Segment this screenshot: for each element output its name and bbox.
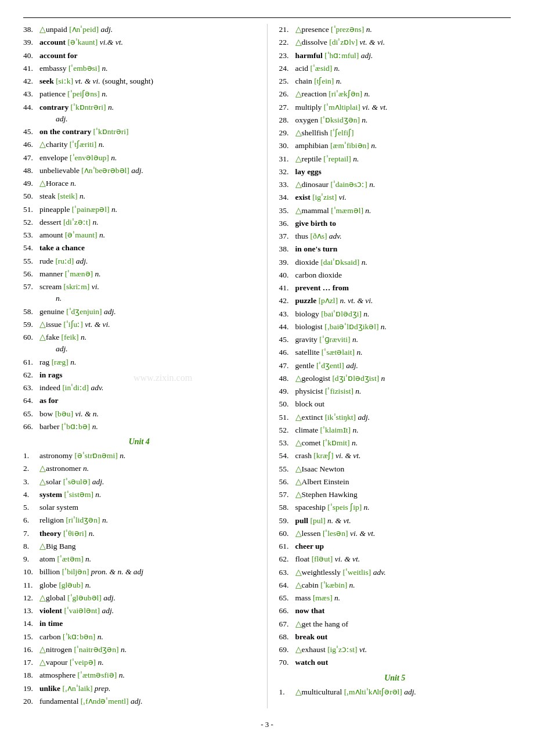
entry-word: climate xyxy=(295,426,319,434)
entry-pos: adv. xyxy=(329,232,342,240)
entry-content: envelope [ˈenvələup] n. xyxy=(39,152,255,164)
entry-content: amphibian [æmˈfibiən] n. xyxy=(295,140,511,152)
entry-pos: n. xyxy=(102,516,108,524)
entry-content: rude [ruːd] adj. xyxy=(39,255,255,267)
entry-pos: adj. xyxy=(346,361,358,370)
entry-word: account for xyxy=(39,51,78,60)
entry-number: 7. xyxy=(23,528,39,539)
entry-pos: n. xyxy=(352,335,358,344)
entry-word: weightlessly xyxy=(302,568,341,577)
entry-number: 30. xyxy=(279,140,295,152)
list-item: 60.△fake [feik] n.adj. xyxy=(23,332,255,355)
right-column: 21.△presence [ˈprezəns] n.22.△dissolve [… xyxy=(268,24,511,708)
entry-word: atom xyxy=(39,555,55,563)
page-number: - 3 - xyxy=(23,720,511,729)
entry-phonetic: [ˈenvələup] xyxy=(70,153,109,162)
entry-number: 53. xyxy=(23,229,39,241)
entry-word: geologist xyxy=(302,374,331,383)
unit5-entries-list: 1.△multicultural [ˌmʌltiˈkʌltʃərəl] adj. xyxy=(279,686,511,698)
entry-pos: n. xyxy=(334,593,340,602)
entry-content: take a chance xyxy=(39,242,255,254)
entry-content: amount [əˈmaunt] n. xyxy=(39,229,255,241)
list-item: 59.pull [pul] n. & vt. xyxy=(279,515,511,527)
unit4-header: Unit 4 xyxy=(23,437,255,447)
entry-number: 25. xyxy=(279,75,295,87)
entry-phonetic: [əˈkaunt] xyxy=(67,38,98,46)
entry-pos: n. xyxy=(349,581,355,589)
entry-pos: adj. xyxy=(358,413,370,422)
entry-word: contrary xyxy=(39,103,68,111)
entry-phonetic: [igˈzist] xyxy=(312,193,337,201)
entry-word: in rags xyxy=(39,370,62,379)
entry-phonetic: [ˈkɒntrəri] xyxy=(71,103,106,111)
list-item: 62.float [fləut] vi. & vt. xyxy=(279,553,511,565)
entry-phonetic: [ˈbɑːbə] xyxy=(62,422,91,431)
list-item: 50.steak [steik] n. xyxy=(23,190,255,202)
entry-content: violent [ˈvaiələnt] adj. xyxy=(39,605,255,617)
entry-content: physicist [ˈfizisist] n. xyxy=(295,386,511,397)
entry-word: steak xyxy=(39,192,56,200)
entry-content: △cabin [ˈkæbin] n. xyxy=(295,579,511,591)
list-item: 41.prevent … from xyxy=(279,282,511,294)
entry-phonetic: [ˈætməsfiə] xyxy=(78,671,117,679)
entry-pos: n. xyxy=(80,192,85,200)
triangle-icon: △ xyxy=(295,568,302,577)
entry-word: astronomer xyxy=(46,464,81,473)
entry-pos: n. xyxy=(363,309,369,318)
entry-phonetic: [ˈkɒntrəri] xyxy=(93,127,129,136)
entry-word: Stephen Hawking xyxy=(302,490,358,499)
entry-number: 64. xyxy=(23,395,39,406)
list-item: 55.rude [ruːd] adj. xyxy=(23,255,255,267)
entry-content: atmosphere [ˈætməsfiə] n. xyxy=(39,669,255,681)
entry-content: △unpaid [ʌnˈpeid] adj. xyxy=(39,24,255,35)
entry-phonetic: [steik] xyxy=(57,192,78,200)
list-item: 60.△lessen [ˈlesən] vi. & vt. xyxy=(279,528,511,539)
entry-phonetic: [ˈweitlis] xyxy=(342,568,371,577)
entry-pos: n. xyxy=(70,179,76,188)
entry-word: issue xyxy=(46,320,62,329)
list-item: 61.cheer up xyxy=(279,541,511,552)
entry-number: 60. xyxy=(279,528,295,539)
triangle-icon: △ xyxy=(295,25,302,34)
entry-content: spaceship [ˈspeis ʃip] n. xyxy=(295,502,511,513)
entry-pos: adj. xyxy=(92,477,104,486)
list-item: 47.envelope [ˈenvələup] n. xyxy=(23,152,255,164)
entry-word: bow xyxy=(39,409,53,418)
entry-content: astronomy [əˈstrɒnəmi] n. xyxy=(39,450,255,462)
entry-phonetic: [dʒiˈɒlədʒist] xyxy=(332,374,379,383)
list-item: 58.genuine [ˈdʒenjuin] adj. xyxy=(23,306,255,318)
unit5-header: Unit 5 xyxy=(279,674,511,683)
list-item: 21.△presence [ˈprezəns] n. xyxy=(279,24,511,35)
entry-phonetic: [ʌnˈbeərəbəl] xyxy=(81,166,129,175)
entry-pos: adj. xyxy=(131,697,143,705)
entry-word: amphibian xyxy=(295,141,329,150)
entry-phonetic: [ˈiʃuː] xyxy=(63,320,83,329)
triangle-icon: △ xyxy=(295,180,302,189)
list-item: 44.contrary [ˈkɒntrəri] n.adj. xyxy=(23,102,255,125)
list-item: 53.△comet [ˈkɒmit] n. xyxy=(279,437,511,449)
entry-pos: n. xyxy=(362,116,367,124)
unit4-entries-list: 1.astronomy [əˈstrɒnəmi] n.2.△astronomer… xyxy=(23,450,255,707)
entry-pos: n. xyxy=(111,153,117,162)
entry-content: give birth to xyxy=(295,218,511,229)
entry-content: contrary [ˈkɒntrəri] n.adj. xyxy=(39,102,255,125)
entry-content: △get the hang of xyxy=(295,618,511,630)
entry-content: △extinct [ikˈstiŋkt] adj. xyxy=(295,412,511,423)
entry-word: violent xyxy=(39,606,62,615)
entry-number: 58. xyxy=(23,306,39,318)
entry-number: 23. xyxy=(279,50,295,62)
entry-number: 20. xyxy=(23,696,39,707)
entry-number: 4. xyxy=(23,489,39,501)
entry-content: climate [ˈklaimɪt] n. xyxy=(295,424,511,436)
entry-number: 47. xyxy=(23,152,39,164)
entry-word: charity xyxy=(46,140,67,149)
list-item: 57.△Stephen Hawking xyxy=(279,489,511,501)
entry-number: 60. xyxy=(23,332,39,355)
list-item: 65.mass [mæs] n. xyxy=(279,592,511,604)
entry-content: thus [ðʌs] adv. xyxy=(295,231,511,242)
entry-content: △comet [ˈkɒmit] n. xyxy=(295,437,511,449)
entry-number: 63. xyxy=(23,382,39,394)
entry-number: 26. xyxy=(279,88,295,100)
entry-number: 50. xyxy=(279,398,295,410)
entry-phonetic: [ˈgləubəl] xyxy=(67,593,102,602)
